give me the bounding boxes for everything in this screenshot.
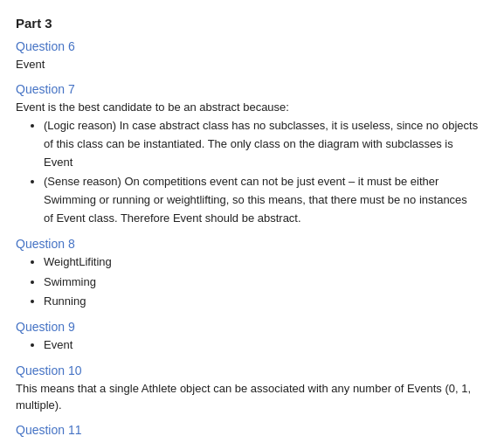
question-title-q7: Question 7 [16, 82, 480, 96]
bullet-list-q7: (Logic reason) In case abstract class ha… [16, 117, 480, 228]
question-section-q6: Question 6Event [16, 39, 480, 73]
question-title-q6: Question 6 [16, 39, 480, 53]
list-item: weightClass [44, 440, 480, 443]
list-item: WeightLifiting [44, 253, 480, 272]
question-body-q7: Event is the best candidate to be an abs… [16, 99, 480, 116]
question-title-q10: Question 10 [16, 363, 480, 377]
question-section-q8: Question 8WeightLifitingSwimmingRunning [16, 237, 480, 311]
bullet-list-q9: Event [16, 336, 480, 355]
bullet-list-q11: weightClass [16, 440, 480, 443]
question-body-q6: Event [16, 56, 480, 73]
part-section: Part 3 [16, 16, 480, 31]
question-title-q8: Question 8 [16, 237, 480, 251]
list-item: (Sense reason) On competitions event can… [44, 173, 480, 227]
bullet-list-q8: WeightLifitingSwimmingRunning [16, 253, 480, 311]
list-item: Event [44, 336, 480, 355]
list-item: Swimming [44, 273, 480, 292]
question-section-q7: Question 7Event is the best candidate to… [16, 82, 480, 228]
list-item: (Logic reason) In case abstract class ha… [44, 117, 480, 171]
questions-container: Question 6EventQuestion 7Event is the be… [16, 39, 480, 443]
list-item: Running [44, 293, 480, 311]
question-body-q10: This means that a single Athlete object … [16, 380, 480, 414]
question-section-q11: Question 11weightClass [16, 423, 480, 443]
question-title-q9: Question 9 [16, 320, 480, 334]
question-title-q11: Question 11 [16, 423, 480, 437]
question-section-q9: Question 9Event [16, 320, 480, 355]
question-section-q10: Question 10This means that a single Athl… [16, 363, 480, 414]
part-title: Part 3 [16, 16, 480, 31]
